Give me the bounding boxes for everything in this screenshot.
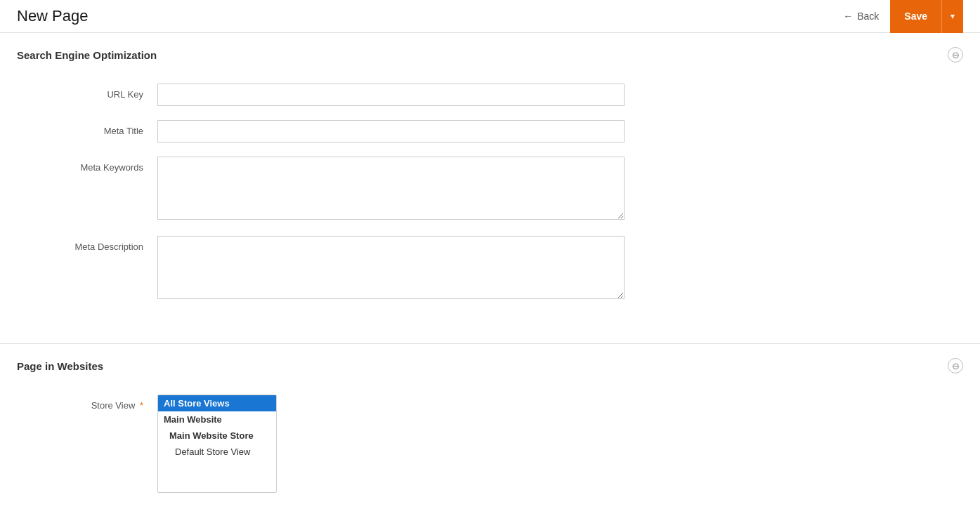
websites-collapse-icon: ⊖ [952, 361, 960, 371]
store-view-label: Store View * [17, 395, 157, 411]
meta-title-label: Meta Title [17, 120, 157, 136]
meta-title-input[interactable] [157, 120, 625, 143]
url-key-input[interactable] [157, 84, 625, 106]
meta-description-input[interactable] [157, 236, 625, 299]
page-header: New Page ← Back Save ▾ [0, 0, 980, 33]
meta-title-field [157, 120, 625, 143]
seo-section-title: Search Engine Optimization [17, 49, 157, 61]
store-view-row: Store View * All Store Views Main Websit… [17, 395, 963, 493]
header-actions: ← Back Save ▾ [832, 0, 963, 33]
meta-keywords-input[interactable] [157, 157, 625, 220]
seo-section-body: URL Key Meta Title Meta Keywords Meta De… [0, 77, 980, 343]
websites-section-toggle[interactable]: ⊖ [948, 358, 963, 373]
back-arrow-icon: ← [843, 11, 853, 22]
meta-keywords-field [157, 157, 625, 222]
save-dropdown-button[interactable]: ▾ [941, 0, 963, 33]
back-button[interactable]: ← Back [832, 0, 890, 33]
meta-description-field [157, 236, 625, 301]
store-view-select[interactable]: All Store Views Main Website Main Websit… [157, 395, 277, 493]
meta-keywords-row: Meta Keywords [17, 157, 963, 222]
seo-collapse-icon: ⊖ [952, 50, 960, 60]
page-title: New Page [17, 7, 89, 25]
url-key-label: URL Key [17, 84, 157, 100]
back-button-label: Back [857, 11, 879, 22]
save-button[interactable]: Save [890, 0, 941, 33]
url-key-field [157, 84, 625, 106]
save-dropdown-arrow-icon: ▾ [950, 11, 955, 21]
meta-description-row: Meta Description [17, 236, 963, 301]
seo-section-toggle[interactable]: ⊖ [948, 47, 963, 62]
meta-title-row: Meta Title [17, 120, 963, 143]
save-button-group: Save ▾ [890, 0, 963, 33]
url-key-row: URL Key [17, 84, 963, 106]
seo-section-header[interactable]: Search Engine Optimization ⊖ [0, 33, 980, 77]
websites-section-body: Store View * All Store Views Main Websit… [0, 388, 980, 516]
websites-section-header[interactable]: Page in Websites ⊖ [0, 344, 980, 388]
seo-section: Search Engine Optimization ⊖ URL Key Met… [0, 33, 980, 344]
store-view-field: All Store Views Main Website Main Websit… [157, 395, 625, 493]
meta-description-label: Meta Description [17, 236, 157, 252]
websites-section: Page in Websites ⊖ Store View * All Stor… [0, 344, 980, 516]
meta-keywords-label: Meta Keywords [17, 157, 157, 173]
websites-section-title: Page in Websites [17, 360, 103, 372]
store-view-required-marker: * [140, 400, 143, 411]
